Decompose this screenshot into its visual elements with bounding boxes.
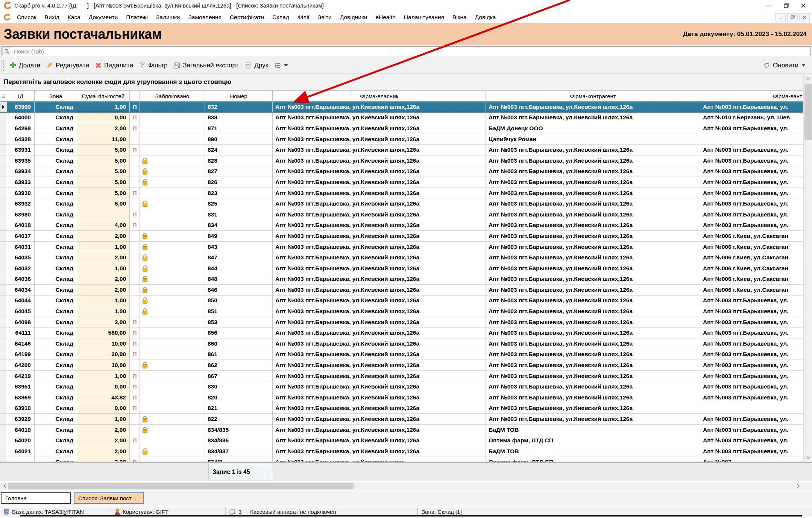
row-selector[interactable]: [0, 381, 7, 392]
export-button[interactable]: Загальний експорт: [170, 60, 241, 71]
menu-item[interactable]: Склад: [268, 12, 293, 22]
menu-item[interactable]: Каса: [64, 12, 85, 22]
row-selector[interactable]: [0, 134, 7, 145]
row-selector[interactable]: [0, 360, 7, 371]
menu-item[interactable]: Замовлення: [184, 12, 225, 22]
group-by-panel[interactable]: Перетягніть заголовок колонки сюди для у…: [0, 74, 803, 90]
scroll-up-button[interactable]: [804, 74, 812, 83]
refresh-button[interactable]: Оновити: [760, 60, 808, 71]
row-selector[interactable]: [0, 274, 7, 285]
table-row[interactable]: 63932 Склад 5,00 825 Апт №003 пгт.Барыше…: [0, 198, 803, 209]
mdi-restore-button[interactable]: [787, 13, 798, 21]
scroll-right-button[interactable]: [794, 482, 803, 490]
row-selector[interactable]: [0, 425, 7, 436]
column-header-owner[interactable]: Фірма-власник: [273, 91, 486, 101]
minimize-button[interactable]: [760, 0, 777, 11]
column-header-number[interactable]: Номер: [205, 91, 273, 101]
table-row[interactable]: 64111 Склад 580,00 П 856 Апт №003 пгт.Ба…: [0, 328, 803, 338]
menu-item[interactable]: Філії: [293, 12, 314, 22]
row-selector[interactable]: [0, 414, 7, 425]
table-row[interactable]: 64045 Склад 1,00 851 Апт №003 пгт.Барыше…: [0, 306, 803, 317]
row-selector[interactable]: [0, 252, 7, 263]
table-row[interactable]: 64021 Склад 2,00 834/837 Апт №003 пгт.Ба…: [0, 446, 803, 457]
table-row[interactable]: 64098 Склад 2,00 П 853 Апт №003 пгт.Бары…: [0, 317, 803, 328]
menu-item[interactable]: Список: [13, 12, 41, 22]
table-row[interactable]: 63910 Склад 0,00 П 821 Апт №003 пгт.Бары…: [0, 403, 803, 414]
menu-item[interactable]: Довідники: [336, 12, 372, 22]
row-selector[interactable]: [0, 220, 7, 231]
row-selector[interactable]: [0, 457, 7, 462]
column-header-contragent[interactable]: Фірма-контрагент: [486, 91, 700, 101]
column-header-mark[interactable]: [130, 91, 140, 101]
row-selector[interactable]: [0, 145, 7, 155]
table-row[interactable]: 63935 Склад 5,00 828 Апт №003 пгт.Барыше…: [0, 155, 803, 166]
row-selector[interactable]: [0, 188, 7, 199]
table-row[interactable]: 64146 Склад 10,00 П 860 Апт №003 пгт.Бар…: [0, 338, 803, 349]
table-row[interactable]: 64036 Склад 2,00 848 Апт №003 пгт.Барыше…: [0, 274, 803, 285]
search-input[interactable]: [12, 48, 810, 55]
table-row[interactable]: 64328 Склад 11,00 890 Апт №003 пгт.Барыш…: [0, 134, 803, 145]
column-header-blocked[interactable]: Заблоковано: [140, 91, 205, 101]
row-selector[interactable]: [0, 371, 7, 382]
menu-item[interactable]: Платежі: [122, 12, 152, 22]
row-selector[interactable]: [0, 198, 7, 209]
row-selector[interactable]: [0, 349, 7, 360]
table-row[interactable]: 64219 Склад 1,00 П 867 Апт №003 пгт.Бары…: [0, 371, 803, 382]
mdi-minimize-button[interactable]: [775, 13, 786, 21]
table-row[interactable]: 64199 Склад 20,00 П 861 Апт №003 пгт.Бар…: [0, 349, 803, 360]
table-row[interactable]: 64018 Склад 4,00 П 834 Апт №003 пгт.Бары…: [0, 220, 803, 231]
column-header-consignee[interactable]: Фірма-вант: [700, 91, 803, 101]
table-row[interactable]: 64020 Склад 2,00 П 834/836 Апт №003 пгт.…: [0, 435, 803, 446]
table-row[interactable]: Склад 2,00 П 834/8 Апт №003 пгт.Барышевк…: [0, 457, 803, 462]
document-tab[interactable]: Головна: [1, 492, 71, 504]
menu-item[interactable]: Документи: [85, 12, 122, 22]
table-row[interactable]: 64200 Склад 10,00 862 Апт №003 пгт.Барыш…: [0, 360, 803, 371]
close-button[interactable]: [795, 0, 812, 11]
table-row[interactable]: 64035 Склад 2,00 847 Апт №003 пгт.Барыше…: [0, 252, 803, 263]
maximize-button[interactable]: [777, 0, 795, 11]
row-selector[interactable]: [0, 338, 7, 349]
row-selector[interactable]: [0, 403, 7, 414]
table-row[interactable]: 63929 Склад 1,00 822 Апт №003 пгт.Барыше…: [0, 414, 803, 425]
row-selector[interactable]: [0, 177, 7, 188]
menu-item[interactable]: Залишки: [152, 12, 184, 22]
filter-button[interactable]: Фільтр: [136, 60, 170, 71]
row-selector[interactable]: [0, 392, 7, 403]
table-row[interactable]: 64034 Склад 2,00 846 Апт №003 пгт.Барыше…: [0, 285, 803, 296]
grid-corner-icon[interactable]: [0, 91, 7, 101]
column-header-id[interactable]: ІД: [7, 91, 35, 101]
table-row[interactable]: 64037 Склад 2,00 849 Апт №003 пгт.Барыше…: [0, 231, 803, 242]
row-selector[interactable]: [0, 263, 7, 274]
table-row[interactable]: 63951 Склад 0,00 П 830 Апт №003 пгт.Бары…: [0, 381, 803, 392]
row-selector[interactable]: [0, 123, 7, 134]
row-selector[interactable]: [0, 285, 7, 296]
table-row[interactable]: 63931 Склад 5,00 П 824 Апт №003 пгт.Бары…: [0, 145, 803, 155]
column-header-qty[interactable]: Сума кількостей: [77, 91, 130, 101]
toolbar-grip[interactable]: [1, 60, 4, 71]
row-selector[interactable]: [0, 446, 7, 457]
table-row[interactable]: 63980 Склад П 831 Апт №003 пгт.Барышевка…: [0, 209, 803, 220]
table-row[interactable]: 64268 Склад 2,00 П 871 Апт №003 пгт.Бары…: [0, 123, 803, 134]
table-row[interactable]: 63930 Склад 5,00 П 823 Апт №003 пгт.Бары…: [0, 188, 803, 199]
horizontal-scroll-thumb[interactable]: [8, 483, 354, 489]
menu-item[interactable]: Вікна: [448, 12, 471, 22]
vertical-scroll-thumb[interactable]: [804, 84, 812, 140]
table-row[interactable]: 64019 Склад 2,00 834/835 Апт №003 пгт.Ба…: [0, 425, 803, 436]
mdi-close-button[interactable]: [799, 13, 810, 21]
row-selector[interactable]: [0, 102, 7, 113]
table-row[interactable]: 63869 Склад 43,82 П 820 Апт №003 пгт.Бар…: [0, 392, 803, 403]
menu-item[interactable]: eHealth: [371, 12, 399, 22]
document-tab[interactable]: Список: Заявки пост ...: [74, 492, 144, 504]
row-selector[interactable]: [0, 328, 7, 338]
table-row[interactable]: 63934 Склад 5,00 827 Апт №003 пгт.Барыше…: [0, 166, 803, 177]
menu-item[interactable]: Налаштування: [400, 12, 448, 22]
print-button[interactable]: Друк: [241, 60, 271, 71]
delete-button[interactable]: Видалити: [92, 60, 136, 71]
row-selector[interactable]: [0, 166, 7, 177]
menu-item[interactable]: Довідка: [471, 12, 500, 22]
row-selector[interactable]: [0, 209, 7, 220]
table-row[interactable]: 64031 Склад 1,00 843 Апт №003 пгт.Барыше…: [0, 242, 803, 253]
table-row[interactable]: 64032 Склад 1,00 844 Апт №003 пгт.Барыше…: [0, 263, 803, 274]
edit-button[interactable]: Редагувати: [43, 60, 92, 71]
scroll-down-button[interactable]: [804, 453, 812, 462]
